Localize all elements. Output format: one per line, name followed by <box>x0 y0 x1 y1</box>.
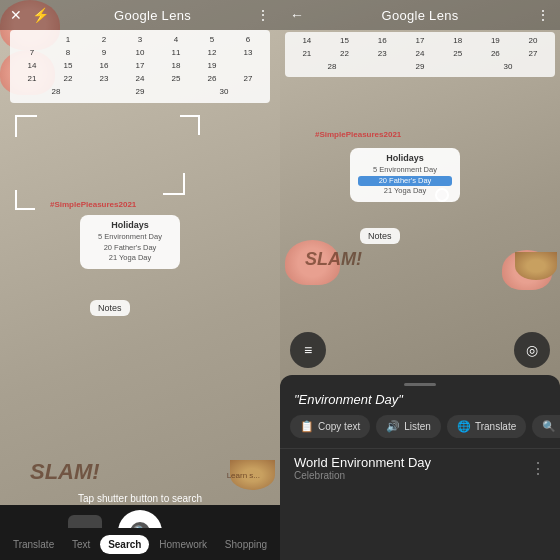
back-icon[interactable]: ← <box>290 7 304 23</box>
tab-text[interactable]: Text <box>64 535 98 554</box>
scan-bracket <box>15 115 185 195</box>
scan-bracket-bl <box>15 190 35 210</box>
tab-search[interactable]: Search <box>100 535 149 554</box>
top-bar-left-icons: ✕ ⚡ <box>10 7 49 23</box>
card-item-3: 21 Yoga Day <box>88 253 172 264</box>
tab-translate[interactable]: Translate <box>5 535 62 554</box>
result-query: "Environment Day" <box>280 392 560 415</box>
right-card-title: Holidays <box>358 153 452 163</box>
cal-cell: 29 <box>411 61 429 72</box>
cal-cell <box>23 34 41 45</box>
cal-cell: 30 <box>499 61 517 72</box>
cal-cell: 15 <box>59 60 77 71</box>
cal-cell <box>239 60 257 71</box>
hashtag-text: #SimplePleasures2021 <box>50 200 136 209</box>
cal-row-5: 28 29 30 <box>14 86 266 97</box>
right-more-icon[interactable]: ⋮ <box>536 7 550 23</box>
card-item-1: 5 Environment Day <box>88 232 172 243</box>
cal-cell: 23 <box>95 73 113 84</box>
close-icon[interactable]: ✕ <box>10 7 22 23</box>
cal-cell: 16 <box>373 35 391 46</box>
float-lens-button[interactable]: ◎ <box>514 332 550 368</box>
cal-cell: 25 <box>449 48 467 59</box>
cal-cell: 22 <box>336 48 354 59</box>
copy-text-label: Copy text <box>318 421 360 432</box>
cal-cell: 24 <box>131 73 149 84</box>
cal-cell: 7 <box>23 47 41 58</box>
camera-background: 1 2 3 4 5 6 7 8 9 10 11 12 13 14 15 16 1… <box>0 0 280 560</box>
cal-cell: 24 <box>411 48 429 59</box>
more-icon[interactable]: ⋮ <box>256 7 270 23</box>
listen-button[interactable]: 🔊 Listen <box>376 415 441 438</box>
cal-cell: 14 <box>23 60 41 71</box>
result-more-icon[interactable]: ⋮ <box>530 459 546 478</box>
bottom-sheet: "Environment Day" 📋 Copy text 🔊 Listen 🌐… <box>280 375 560 560</box>
cal-cell: 10 <box>131 47 149 58</box>
search-action-button[interactable]: 🔍 Searc <box>532 415 560 438</box>
right-bowl <box>515 252 557 280</box>
tab-homework[interactable]: Homework <box>151 535 215 554</box>
cal-cell: 9 <box>95 47 113 58</box>
cal-cell: 11 <box>167 47 185 58</box>
cal-cell: 8 <box>59 47 77 58</box>
cal-cell: 26 <box>486 48 504 59</box>
cal-cell: 4 <box>167 34 185 45</box>
slam-text: SLAM! <box>30 459 100 485</box>
translate-label: Translate <box>475 421 516 432</box>
cal-row-r3: 28 29 30 <box>288 61 552 72</box>
calendar-overlay: 1 2 3 4 5 6 7 8 9 10 11 12 13 14 15 16 1… <box>10 30 270 103</box>
tab-shopping[interactable]: Shopping <box>217 535 275 554</box>
cal-cell: 26 <box>203 73 221 84</box>
result-item[interactable]: World Environment Day Celebration ⋮ <box>280 448 560 487</box>
right-calendar: 14 15 16 17 18 19 20 21 22 23 24 25 26 2… <box>285 32 555 77</box>
cal-row-3: 14 15 16 17 18 19 <box>14 60 266 71</box>
float-menu-button[interactable]: ≡ <box>290 332 326 368</box>
cal-cell: 27 <box>239 73 257 84</box>
cal-cell: 20 <box>524 35 542 46</box>
cal-cell: 28 <box>323 61 341 72</box>
card-title: Holidays <box>88 220 172 230</box>
cal-cell: 17 <box>411 35 429 46</box>
cal-cell: 17 <box>131 60 149 71</box>
right-camera-background: 14 15 16 17 18 19 20 21 22 23 24 25 26 2… <box>280 0 560 390</box>
cal-cell: 14 <box>298 35 316 46</box>
cal-cell: 25 <box>167 73 185 84</box>
cal-row-4: 21 22 23 24 25 26 27 <box>14 73 266 84</box>
scan-bracket-tr <box>180 115 200 135</box>
cal-cell: 21 <box>298 48 316 59</box>
left-panel: 1 2 3 4 5 6 7 8 9 10 11 12 13 14 15 16 1… <box>0 0 280 560</box>
cal-cell: 6 <box>239 34 257 45</box>
listen-icon: 🔊 <box>386 420 400 433</box>
cal-cell: 19 <box>486 35 504 46</box>
cal-cell: 1 <box>59 34 77 45</box>
cal-cell: 19 <box>203 60 221 71</box>
cal-cell: 30 <box>215 86 233 97</box>
cal-cell: 3 <box>131 34 149 45</box>
result-subtitle: Celebration <box>294 470 431 481</box>
cal-row-1: 1 2 3 4 5 6 <box>14 34 266 45</box>
flash-icon[interactable]: ⚡ <box>32 7 49 23</box>
right-notes-label: Notes <box>360 228 400 244</box>
right-panel: 14 15 16 17 18 19 20 21 22 23 24 25 26 2… <box>280 0 560 560</box>
sheet-handle <box>404 383 436 386</box>
cal-cell: 29 <box>131 86 149 97</box>
copy-icon: 📋 <box>300 420 314 433</box>
cal-cell: 18 <box>449 35 467 46</box>
notes-label: Notes <box>90 300 130 316</box>
menu-icon: ≡ <box>304 342 312 358</box>
cal-cell: 13 <box>239 47 257 58</box>
result-info: World Environment Day Celebration <box>294 455 431 481</box>
translate-button[interactable]: 🌐 Translate <box>447 415 526 438</box>
right-hashtag-text: #SimplePleasures2021 <box>315 130 401 139</box>
learn-text: Learn s... <box>227 471 260 480</box>
cal-cell: 22 <box>59 73 77 84</box>
copy-text-button[interactable]: 📋 Copy text <box>290 415 370 438</box>
right-card-item-2-highlighted: 20 Father's Day <box>358 176 452 187</box>
info-card: Holidays 5 Environment Day 20 Father's D… <box>80 215 180 269</box>
shutter-hint: Tap shutter button to search <box>78 493 202 504</box>
cal-row-r1: 14 15 16 17 18 19 20 <box>288 35 552 46</box>
lens-icon: ◎ <box>526 342 538 358</box>
result-title: World Environment Day <box>294 455 431 470</box>
cal-row-2: 7 8 9 10 11 12 13 <box>14 47 266 58</box>
card-item-2: 20 Father's Day <box>88 243 172 254</box>
